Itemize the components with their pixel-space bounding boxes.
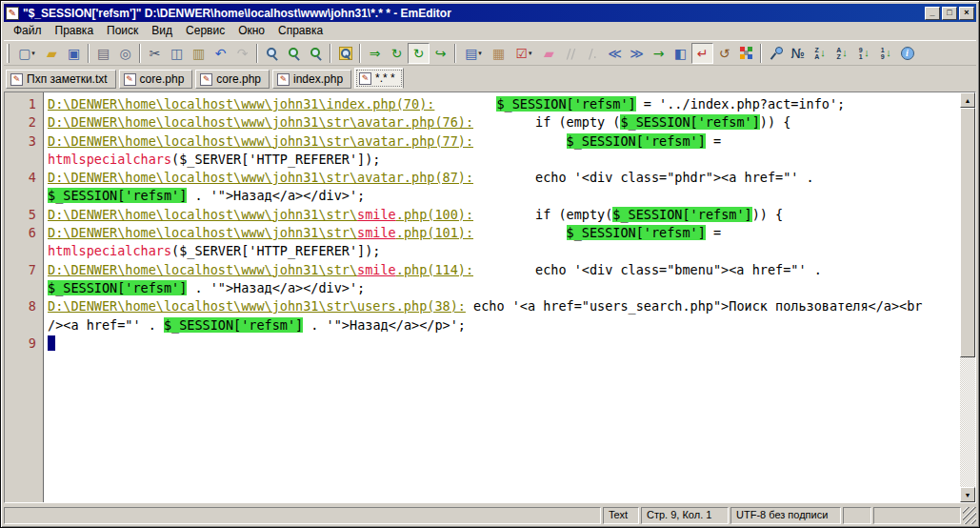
sort-1-9-button[interactable]: 1 9↓ — [874, 43, 896, 64]
sort-z-a-button[interactable]: Z A↓ — [809, 43, 830, 64]
sort-a-z-button[interactable]: A Z↓ — [830, 43, 852, 64]
pin-icon — [770, 47, 783, 60]
result-row[interactable]: 2D:\DENWER\home\localhost\www\john31\str… — [5, 113, 960, 132]
result-row[interactable]: 7D:\DENWER\home\localhost\www\john31\str… — [5, 261, 960, 279]
menu-item[interactable]: Поиск — [100, 22, 145, 40]
status-mode-panel[interactable]: Text — [603, 507, 639, 524]
find-previous-button[interactable] — [305, 43, 327, 64]
result-row[interactable]: /><a href="' . $_SESSION['refsm'] . '">Н… — [5, 316, 960, 335]
vertical-scrollbar[interactable]: ▲ ▼ — [960, 92, 975, 502]
tab[interactable]: ✎index.php — [272, 70, 351, 89]
pin-button[interactable] — [765, 43, 787, 64]
search-match-highlight: $_SESSION['refsm'] — [48, 188, 187, 203]
function-name: htmlspecialchars — [48, 152, 171, 167]
result-row[interactable]: htmlspecialchars($_SERVER['HTTP_REFERER'… — [5, 242, 960, 260]
result-row[interactable]: htmlspecialchars($_SERVER['HTTP_REFERER'… — [5, 151, 960, 169]
emeditor-window: ✎ "$_SESSION['refsm']" D:\DENWER\home\lo… — [0, 0, 980, 528]
show-line-breaks-button[interactable]: ↵ — [691, 43, 713, 64]
title-bar[interactable]: ✎ "$_SESSION['refsm']" D:\DENWER\home\lo… — [4, 4, 976, 22]
close-button[interactable]: × — [959, 7, 974, 20]
code-text: echo '<div class="bmenu"><a href="' . — [473, 262, 822, 277]
file-path-link: .php(114): — [396, 262, 473, 277]
encoding-document-button[interactable]: ▤▾ — [459, 43, 488, 64]
info-icon: i — [901, 47, 914, 60]
new-document-button[interactable]: ▢▾ — [12, 43, 41, 64]
wrap-by-characters-button[interactable]: ↻ — [386, 43, 408, 64]
syntax-check-icon: ☑ — [515, 47, 528, 60]
menu-item[interactable]: Сервис — [179, 22, 231, 40]
syntax-check-button[interactable]: ☑▾ — [510, 43, 538, 64]
status-extra-panel[interactable] — [843, 507, 871, 524]
result-row[interactable]: 9 — [5, 335, 960, 353]
line-number: 8 — [5, 297, 44, 315]
menu-item[interactable]: Правка — [49, 22, 101, 40]
refresh-loop-button[interactable]: ↺ — [713, 43, 735, 64]
line-number — [5, 151, 44, 169]
scroll-down-button[interactable]: ▼ — [960, 487, 975, 502]
save-button[interactable]: ▣ — [63, 43, 85, 64]
split-window-button[interactable]: ◧ — [670, 43, 691, 64]
wrap-to-window-button[interactable]: ⇒ — [364, 43, 386, 64]
menu-item[interactable]: Вид — [145, 22, 179, 40]
open-file-button[interactable]: ▰ — [41, 43, 63, 64]
menu-item[interactable]: Файл — [7, 22, 49, 40]
toolbar-grip-handle[interactable] — [7, 44, 10, 63]
print-button[interactable]: ▤ — [92, 43, 114, 64]
tab[interactable]: ✎*.* * — [354, 68, 404, 89]
highlight-eraser-button[interactable]: ▰ — [538, 43, 560, 64]
tab[interactable]: ✎core.php — [119, 70, 193, 89]
paste-button[interactable]: ▥ — [188, 43, 210, 64]
maximize-button[interactable]: □ — [942, 7, 957, 20]
line-text: $_SESSION['refsm'] . '">Назад</a></div>'… — [44, 187, 365, 205]
info-button[interactable]: i — [896, 43, 918, 64]
status-extra-panel[interactable] — [873, 507, 961, 524]
file-path-link: D:\DENWER\home\localhost\www\john31\inde… — [48, 96, 434, 112]
scroll-up-button[interactable]: ▲ — [960, 92, 975, 108]
unindent-icon: ≪ — [608, 47, 622, 60]
dropdown-arrow-icon: ▾ — [31, 50, 35, 57]
sort-1-9-icon: 1 9↓ — [879, 47, 891, 60]
find-in-files-button[interactable] — [334, 43, 356, 64]
scrollbar-thumb[interactable] — [960, 108, 975, 357]
tab[interactable]: ✎core.php — [195, 70, 270, 89]
result-row[interactable]: 8D:\DENWER\home\localhost\www\john31\str… — [5, 297, 960, 315]
wrap-enabled-button[interactable]: ↻ — [408, 43, 430, 64]
tab-label: *.* * — [375, 71, 395, 85]
find-button[interactable] — [261, 43, 283, 64]
result-row[interactable]: 3D:\DENWER\home\localhost\www\john31\str… — [5, 132, 960, 151]
sort-9-1-button[interactable]: 9 1↓ — [852, 43, 874, 64]
color-palette-button[interactable] — [735, 43, 757, 64]
code-text: )) { — [752, 207, 784, 222]
find-next-button[interactable] — [283, 43, 305, 64]
result-row[interactable]: 4D:\DENWER\home\localhost\www\john31\str… — [5, 169, 960, 187]
result-row[interactable]: $_SESSION['refsm'] . '">Назад</a></div>'… — [5, 187, 960, 205]
undo-button[interactable]: ↶ — [210, 43, 231, 64]
indent-button[interactable]: ≫ — [626, 43, 648, 64]
copy-button[interactable]: ◫ — [166, 43, 188, 64]
menu-item[interactable]: Окно — [231, 22, 271, 40]
code-rows[interactable]: 1D:\DENWER\home\localhost\www\john31\ind… — [5, 92, 960, 502]
sort-a-z-icon: A Z↓ — [835, 47, 848, 60]
insert-arrow-button[interactable]: → — [648, 43, 670, 64]
toolbar: ▢▾▰▣▤◎✂◫▥↶↷⇒↻↻↪▤▾▦☑▾▰///.≪≫→◧↵↺№Z A↓A Z↓… — [4, 40, 976, 66]
toolbar-separator — [256, 44, 258, 63]
status-caret-position-panel[interactable]: Стр. 9, Кол. 1 — [641, 507, 729, 524]
minimize-button[interactable]: _ — [925, 7, 940, 20]
document-stamp-button[interactable]: ▦ — [488, 43, 510, 64]
status-encoding-panel[interactable]: UTF-8 без подписи — [730, 507, 841, 524]
print-preview-button[interactable]: ◎ — [114, 43, 136, 64]
line-numbers-button[interactable]: № — [787, 43, 809, 64]
result-row[interactable]: 1D:\DENWER\home\localhost\www\john31\ind… — [5, 95, 960, 113]
search-results-editor[interactable]: 1D:\DENWER\home\localhost\www\john31\ind… — [4, 91, 976, 503]
result-row[interactable]: 5D:\DENWER\home\localhost\www\john31\str… — [5, 206, 960, 224]
menu-item[interactable]: Справка — [271, 22, 330, 40]
no-wrap-button[interactable]: ↪ — [430, 43, 451, 64]
file-path-link: D:\DENWER\home\localhost\www\john31\str\… — [48, 114, 473, 130]
tab[interactable]: ✎Пхп заметки.txt — [6, 70, 116, 89]
resize-grip[interactable] — [963, 507, 976, 524]
encoding-document-icon: ▤ — [465, 47, 477, 60]
result-row[interactable]: 6D:\DENWER\home\localhost\www\john31\str… — [5, 224, 960, 242]
unindent-button[interactable]: ≪ — [604, 43, 626, 64]
cut-button[interactable]: ✂ — [144, 43, 166, 64]
result-row[interactable]: $_SESSION['refsm'] . '">Назад</a></div>'… — [5, 279, 960, 297]
